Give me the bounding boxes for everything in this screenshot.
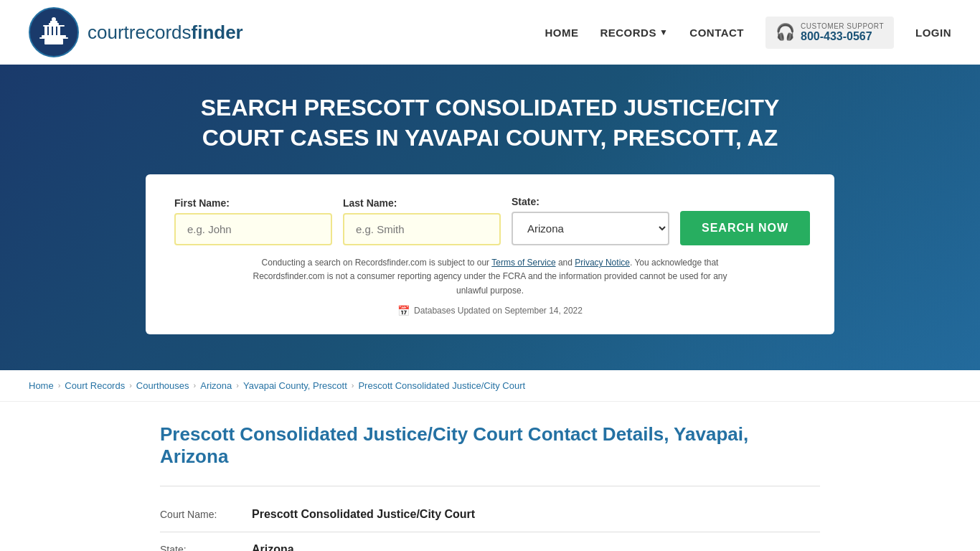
svg-rect-7 [53, 27, 56, 35]
state-label: State: [512, 196, 669, 207]
court-name-label: Court Name: [160, 509, 246, 520]
breadcrumb-current: Prescott Consolidated Justice/City Court [358, 380, 525, 391]
last-name-label: Last Name: [343, 197, 501, 209]
hero-section: SEARCH PRESCOTT CONSOLIDATED JUSTICE/CIT… [0, 65, 980, 370]
svg-rect-4 [43, 25, 65, 27]
svg-point-3 [52, 17, 56, 22]
search-disclaimer: Conducting a search on Recordsfinder.com… [239, 256, 741, 298]
breadcrumb-home[interactable]: Home [29, 380, 54, 391]
svg-rect-6 [49, 27, 52, 35]
chevron-down-icon: ▼ [659, 27, 668, 37]
db-updated: 📅 Databases Updated on September 14, 202… [174, 305, 806, 316]
svg-rect-8 [57, 27, 60, 35]
main-content: Prescott Consolidated Justice/City Court… [131, 423, 849, 551]
first-name-label: First Name: [174, 197, 332, 209]
search-box: First Name: Last Name: State: AlabamaAla… [146, 174, 834, 334]
state-group: State: AlabamaAlaskaArizonaArkansasCalif… [512, 196, 669, 245]
main-title: Prescott Consolidated Justice/City Court… [160, 423, 820, 468]
main-nav: HOME RECORDS ▼ CONTACT 🎧 CUSTOMER SUPPOR… [545, 17, 951, 49]
court-name-value: Prescott Consolidated Justice/City Court [252, 508, 475, 521]
breadcrumb-sep-1: › [58, 381, 61, 390]
title-divider [160, 486, 820, 486]
breadcrumb-arizona[interactable]: Arizona [200, 380, 232, 391]
headset-icon: 🎧 [776, 23, 795, 42]
state-detail-value: Arizona [252, 543, 294, 551]
support-text: CUSTOMER SUPPORT 800-433-0567 [801, 22, 884, 43]
detail-row-court-name: Court Name: Prescott Consolidated Justic… [160, 497, 820, 532]
support-phone: 800-433-0567 [801, 30, 884, 43]
privacy-link[interactable]: Privacy Notice [575, 258, 630, 268]
svg-rect-11 [44, 39, 63, 44]
svg-rect-9 [42, 35, 66, 37]
nav-records[interactable]: RECORDS ▼ [600, 27, 668, 39]
svg-rect-10 [39, 37, 68, 39]
breadcrumb-sep-5: › [352, 381, 354, 390]
logo[interactable]: courtrecordsfinder [29, 7, 243, 57]
support-label: CUSTOMER SUPPORT [801, 22, 884, 30]
logo-icon [29, 7, 79, 57]
logo-text: courtrecordsfinder [88, 22, 243, 44]
nav-home[interactable]: HOME [545, 27, 578, 39]
breadcrumb-court-records[interactable]: Court Records [65, 380, 125, 391]
first-name-input[interactable] [174, 213, 332, 245]
customer-support-box[interactable]: 🎧 CUSTOMER SUPPORT 800-433-0567 [765, 17, 894, 49]
breadcrumb-sep-2: › [129, 381, 132, 390]
state-select[interactable]: AlabamaAlaskaArizonaArkansasCaliforniaCo… [512, 212, 669, 245]
last-name-group: Last Name: [343, 197, 501, 245]
breadcrumb: Home › Court Records › Courthouses › Ari… [0, 370, 980, 402]
svg-rect-5 [44, 27, 47, 35]
site-header: courtrecordsfinder HOME RECORDS ▼ CONTAC… [0, 0, 980, 65]
calendar-icon: 📅 [397, 305, 410, 316]
nav-login[interactable]: LOGIN [915, 27, 951, 39]
terms-link[interactable]: Terms of Service [491, 258, 555, 268]
state-detail-label: State: [160, 544, 246, 551]
search-button[interactable]: SEARCH NOW [680, 211, 810, 245]
first-name-group: First Name: [174, 197, 332, 245]
breadcrumb-sep-4: › [236, 381, 239, 390]
search-fields: First Name: Last Name: State: AlabamaAla… [174, 196, 806, 245]
hero-title: SEARCH PRESCOTT CONSOLIDATED JUSTICE/CIT… [167, 93, 813, 153]
breadcrumb-courthouses[interactable]: Courthouses [136, 380, 189, 391]
last-name-input[interactable] [343, 213, 501, 245]
breadcrumb-sep-3: › [194, 381, 197, 390]
breadcrumb-yavapai[interactable]: Yavapai County, Prescott [243, 380, 347, 391]
nav-contact[interactable]: CONTACT [689, 27, 744, 39]
detail-row-state: State: Arizona [160, 532, 820, 551]
